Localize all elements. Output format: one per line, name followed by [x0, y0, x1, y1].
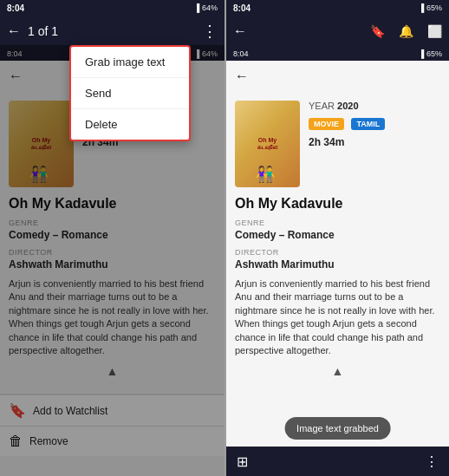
right-movie-meta: YEAR 2020 MOVIE TAMIL 2h 34m [309, 101, 440, 187]
right-movie-content: ← Oh Myகடவுளே 👫 YEAR 2020 [226, 61, 449, 447]
description-right: Arjun is conveniently married to his bes… [235, 277, 440, 357]
right-inner-top-bar: ← [226, 61, 449, 92]
add-button-right[interactable]: ⊞ [237, 453, 248, 470]
badges-right: MOVIE TAMIL [309, 114, 440, 133]
genre-value-right: Comedy – Romance [235, 229, 440, 241]
inner-icons-right: ▐ 65% [419, 49, 442, 58]
right-movie-content-inner: Oh Myகடவுளே 👫 YEAR 2020 MOVIE TAMIL 2h 3… [226, 92, 449, 394]
right-status-bar: 8:04 ▐ 65% [226, 0, 449, 16]
expand-icon-right[interactable]: ▲ [235, 364, 440, 378]
share-icon-top[interactable]: ⬜ [427, 24, 442, 38]
right-status-icons: ▐ 65% [419, 3, 442, 12]
send-item[interactable]: Send [71, 78, 189, 109]
left-back-button[interactable]: ← [7, 23, 21, 39]
right-poster-title-text: Oh Myகடவுளே [256, 135, 280, 153]
page-count-label: 1 of 1 [28, 24, 195, 38]
director-label-right: DIRECTOR [235, 248, 440, 257]
tamil-badge-right: TAMIL [351, 118, 385, 130]
movie-title-right: Oh My Kadavule [235, 196, 440, 212]
year-row-right: YEAR 2020 [309, 101, 440, 111]
bookmark-icon-top[interactable]: 🔖 [370, 24, 385, 38]
duration-right: 2h 34m [309, 136, 440, 148]
right-poster-figures: 👫 [256, 165, 275, 184]
right-inner-status-bar: 8:04 ▐ 65% [226, 47, 449, 61]
overflow-menu-icon[interactable]: ⋮ [202, 22, 218, 41]
right-battery-icon: ▐ 65% [419, 3, 442, 12]
inner-back-button-right[interactable]: ← [235, 68, 249, 84]
right-top-bar: ← 🔖 🔔 ⬜ [226, 16, 449, 47]
grab-image-text-item[interactable]: Grab image text [71, 47, 189, 78]
right-status-time: 8:04 [233, 3, 251, 13]
movie-badge-right: MOVIE [309, 118, 344, 130]
toast-message: Image text grabbed [284, 417, 391, 440]
right-phone-panel: 8:04 ▐ 65% ← 🔖 🔔 ⬜ 8:04 ▐ 65% ← Oh Myகடவ… [224, 0, 449, 476]
delete-item[interactable]: Delete [71, 109, 189, 140]
left-phone-panel: 8:04 ▐ 64% ← 1 of 1 ⋮ Grab image text Se… [0, 0, 224, 476]
right-back-button-top[interactable]: ← [233, 23, 247, 39]
right-movie-header: Oh Myகடவுளே 👫 YEAR 2020 MOVIE TAMIL 2h 3… [235, 101, 440, 187]
left-status-icons: ▐ 64% [194, 3, 218, 12]
dropdown-menu: Grab image text Send Delete [69, 45, 191, 141]
inner-time-right: 8:04 [233, 49, 249, 58]
overflow-menu-right[interactable]: ⋮ [425, 453, 439, 470]
genre-label-right: GENRE [235, 218, 440, 227]
year-label-right: YEAR [309, 101, 335, 111]
battery-icon: ▐ 64% [194, 3, 218, 12]
left-status-bar: 8:04 ▐ 64% [0, 0, 224, 16]
right-movie-poster: Oh Myகடவுளே 👫 [235, 101, 300, 187]
left-status-time: 8:04 [7, 3, 24, 13]
year-value-right: 2020 [337, 101, 358, 111]
right-bottom-bar: ⊞ ⋮ [226, 447, 449, 476]
bell-icon-top[interactable]: 🔔 [399, 24, 413, 38]
left-top-bar: ← 1 of 1 ⋮ [0, 16, 224, 47]
director-value-right: Ashwath Marimuthu [235, 258, 440, 271]
